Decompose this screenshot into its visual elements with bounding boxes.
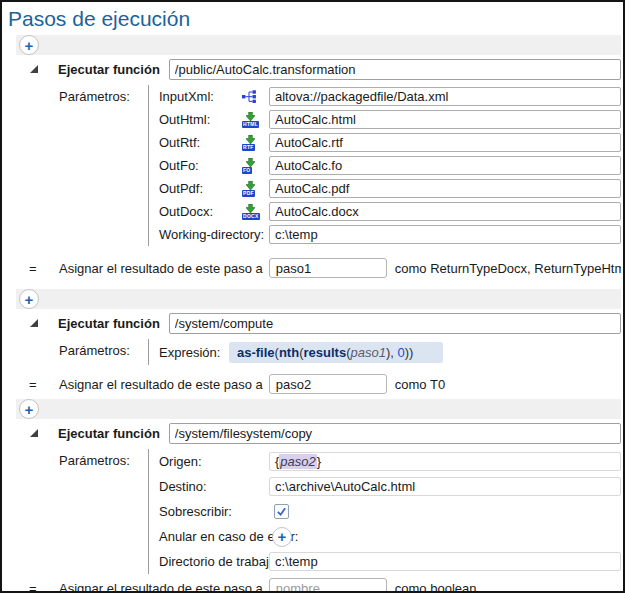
variable-chip: paso2 — [279, 454, 316, 469]
param-input-outrtf[interactable] — [269, 133, 621, 152]
execute-function-label: Ejecutar función — [58, 426, 160, 441]
result-name-input-1[interactable] — [269, 258, 387, 278]
collapse-step-icon[interactable] — [29, 64, 39, 74]
pdf-badge: PDF — [242, 190, 255, 197]
expression-token: results — [303, 345, 346, 360]
step-3-parameters: Parámetros: Origen: {paso2} Destino: Sob… — [59, 449, 621, 574]
result-name-input-2[interactable] — [269, 374, 387, 394]
parameters-label: Parámetros: — [59, 449, 148, 574]
expression-token: ), — [386, 345, 398, 360]
param-row-destino: Destino: — [159, 474, 621, 499]
assign-prefix-label: Asignar el resultado de este paso a — [59, 377, 263, 392]
assign-symbol: = — [29, 581, 59, 593]
param-label: OutRtf: — [159, 135, 242, 150]
function-path-input[interactable] — [169, 423, 621, 444]
fo-badge: FO — [242, 167, 252, 174]
param-input-outfo[interactable] — [269, 156, 621, 175]
add-step-row-3: + — [16, 399, 621, 419]
download-fo-icon: FO — [242, 158, 269, 174]
param-label: OutFo: — [159, 158, 242, 173]
html-badge: HTML — [242, 121, 259, 128]
step-2-header: Ejecutar función — [29, 312, 621, 334]
xml-tree-icon — [242, 90, 269, 103]
execution-steps-panel: Pasos de ejecución + Ejecutar función Pa… — [0, 0, 625, 593]
execute-function-label: Ejecutar función — [58, 316, 160, 331]
param-label: Working-directory: — [159, 227, 242, 242]
download-rtf-icon: RTF — [242, 135, 269, 151]
param-row-outdocx: OutDocx: DOCX — [159, 200, 621, 223]
param-row-sobrescribir: Sobrescribir: — [159, 499, 621, 524]
param-label: InputXml: — [159, 89, 242, 104]
param-label: Sobrescribir: — [159, 504, 269, 519]
function-path-input[interactable] — [169, 313, 621, 334]
param-input-inputxml[interactable] — [269, 87, 621, 106]
add-step-button[interactable]: + — [19, 399, 39, 419]
param-row-expression: Expresión: as-file(nth(results(paso1), 0… — [159, 339, 621, 365]
param-label: Destino: — [159, 479, 269, 494]
assign-symbol: = — [29, 261, 59, 276]
expression-token: paso1 — [350, 345, 385, 360]
add-step-button[interactable]: + — [19, 289, 39, 309]
param-input-outdocx[interactable] — [269, 202, 621, 221]
param-label: Origen: — [159, 454, 269, 469]
step-1-header: Ejecutar función — [29, 58, 621, 80]
add-step-button[interactable]: + — [19, 35, 39, 55]
source-field[interactable]: {paso2} — [269, 452, 621, 471]
expression-token: as-file — [237, 345, 275, 360]
assign-prefix-label: Asignar el resultado de este paso a — [59, 581, 263, 593]
add-step-row-2: + — [16, 289, 621, 309]
collapse-step-icon[interactable] — [29, 428, 39, 438]
param-row-directorio: Directorio de trabajo: — [159, 549, 621, 574]
page-title: Pasos de ejecución — [8, 5, 623, 32]
rtf-badge: RTF — [242, 144, 255, 151]
result-type-label-3: como boolean — [395, 581, 477, 593]
download-html-icon: HTML — [242, 112, 269, 128]
assign-result-row-3: = Asignar el resultado de este paso a co… — [29, 577, 621, 593]
param-label: OutDocx: — [159, 204, 242, 219]
param-row-anular: Anular en caso de error: + — [159, 524, 621, 549]
assign-result-row-1: = Asignar el resultado de este paso a co… — [29, 257, 621, 279]
overwrite-checkbox[interactable] — [274, 504, 289, 519]
param-row-outrtf: OutRtf: RTF — [159, 131, 621, 154]
expression-token: nth — [279, 345, 299, 360]
parameters-label: Parámetros: — [59, 85, 148, 246]
step-3-header: Ejecutar función — [29, 422, 621, 444]
param-label: OutHtml: — [159, 112, 242, 127]
step-1-parameter-rows: InputXml: OutHtml: — [148, 85, 621, 246]
param-row-working-directory: Working-directory: — [159, 223, 621, 246]
expression-token: 0 — [397, 345, 404, 360]
param-input-outhtml[interactable] — [269, 110, 621, 129]
execute-function-label: Ejecutar función — [58, 62, 160, 77]
step-3-parameter-rows: Origen: {paso2} Destino: Sobrescribir: A… — [148, 449, 621, 574]
result-type-label-2: como T0 — [395, 377, 445, 392]
expression-token: )) — [405, 345, 414, 360]
param-label: OutPdf: — [159, 181, 242, 196]
destination-input[interactable] — [269, 477, 621, 496]
param-label: Expresión: — [159, 345, 229, 360]
param-row-outpdf: OutPdf: PDF — [159, 177, 621, 200]
result-type-label-1: como ReturnTypeDocx, ReturnTypeHtml, Ret… — [395, 261, 621, 276]
assign-prefix-label: Asignar el resultado de este paso a — [59, 261, 263, 276]
param-input-working-directory[interactable] — [269, 225, 621, 244]
assign-result-row-2: = Asignar el resultado de este paso a co… — [29, 373, 621, 395]
step-2-parameter-rows: Expresión: as-file(nth(results(paso1), 0… — [148, 339, 621, 365]
param-label: Directorio de trabajo: — [159, 554, 269, 569]
expression-field[interactable]: as-file(nth(results(paso1), 0)) — [229, 342, 443, 363]
collapse-step-icon[interactable] — [29, 318, 39, 328]
result-name-input-3[interactable] — [269, 578, 387, 593]
add-error-handler-button[interactable]: + — [272, 527, 292, 547]
step-1-parameters: Parámetros: InputXml: — [59, 85, 621, 246]
download-docx-icon: DOCX — [242, 204, 269, 220]
brace: } — [317, 454, 321, 469]
docx-badge: DOCX — [242, 213, 260, 220]
working-directory-input[interactable] — [269, 552, 621, 571]
param-row-outfo: OutFo: FO — [159, 154, 621, 177]
parameters-label: Parámetros: — [59, 339, 148, 365]
step-2-parameters: Parámetros: Expresión: as-file(nth(resul… — [59, 339, 621, 365]
param-row-outhtml: OutHtml: HTML — [159, 108, 621, 131]
add-step-row-1: + — [16, 35, 621, 55]
param-input-outpdf[interactable] — [269, 179, 621, 198]
function-path-input[interactable] — [169, 59, 621, 80]
param-row-inputxml: InputXml: — [159, 85, 621, 108]
download-pdf-icon: PDF — [242, 181, 269, 197]
